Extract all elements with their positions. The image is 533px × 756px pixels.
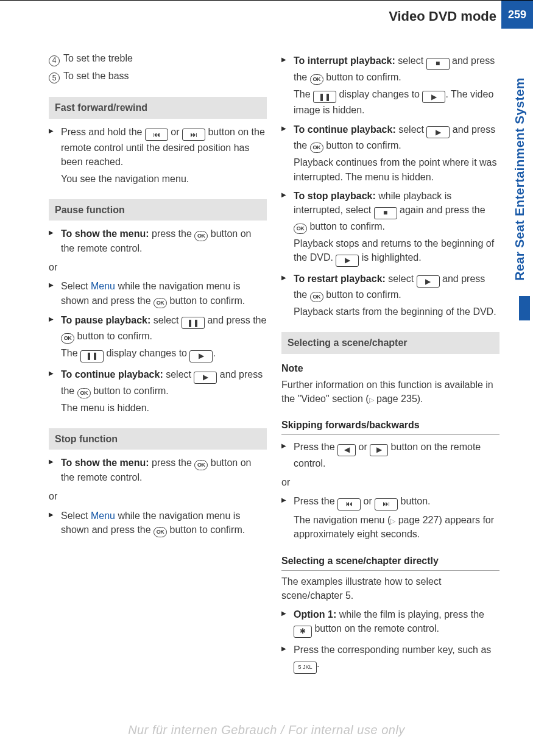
ok-button-icon: OK [310,74,323,85]
step-result: Playback starts from the beginning of th… [294,305,499,319]
side-tab: Rear Seat Entertainment System [509,50,530,308]
instruction-step: Select Menu while the navigation menu is… [49,509,267,537]
instruction-step: To continue playback: select ▶ and press… [281,122,499,184]
instruction-step: Option 1: while the film is playing, pre… [281,607,499,638]
play-icon: ▶ [426,126,450,138]
instruction-step: To restart playback: select ▶ and press … [281,272,499,319]
page-header: Video DVD mode 259 [0,0,533,28]
stop-icon: ■ [426,58,450,70]
next-track-icon: ⏭ [182,129,205,141]
menu-ref: Menu [91,510,115,521]
step-result: You see the navigation menu. [61,172,267,186]
circled-number-icon: 5 [49,72,60,83]
ok-button-icon: OK [294,224,307,234]
pause-icon: ❚❚ [80,350,104,362]
instruction-step: To stop playback: while playback is inte… [281,189,499,267]
list-item: 4To set the treble [49,51,267,66]
step-result: The ❚❚ display changes to ▶. The video i… [294,87,499,118]
instruction-step: Select Menu while the navigation menu is… [49,279,267,308]
side-tab-label: Rear Seat Entertainment System [510,77,528,280]
stop-icon: ■ [374,207,397,219]
pause-icon: ❚❚ [182,317,205,329]
instruction-step: To show the menu: press the OK button on… [49,456,267,484]
left-column: 4To set the treble 5To set the bass Fast… [49,49,267,679]
or-separator: or [49,489,267,503]
or-separator: or [281,475,499,489]
pageref-icon: ▷ [369,396,374,403]
ok-button-icon: OK [77,388,91,398]
note-body: Further information on this function is … [281,378,499,406]
play-icon: ▶ [417,275,440,288]
instruction-step: Press the ◀ or ▶ button on the remote co… [281,440,499,470]
header-title: Video DVD mode [389,7,496,26]
ok-button-icon: OK [310,143,323,153]
or-separator: or [49,260,267,274]
circled-number-icon: 4 [49,55,60,66]
ok-button-icon: OK [154,527,167,537]
pageref-icon: ▷ [390,517,395,525]
section-heading-stop: Stop function [49,428,267,450]
ok-button-icon: OK [310,292,323,302]
right-arrow-icon: ▶ [370,444,388,456]
content-area: 4To set the treble 5To set the bass Fast… [49,49,499,679]
ok-button-icon: OK [194,231,208,241]
prev-track-icon: ⏮ [337,498,361,510]
step-result: Playback stops and returns to the beginn… [294,236,499,267]
ok-button-icon: OK [154,298,167,308]
section-heading-pause: Pause function [49,199,267,221]
step-result: Playback continues from the point where … [294,155,499,183]
star-key-icon: ✱ [294,626,312,638]
instruction-step: To interrupt playback: select ■ and pres… [281,54,499,118]
step-result: The navigation menu (▷ page 227) appears… [294,513,499,541]
pause-icon: ❚❚ [313,91,336,103]
side-tab-marker [519,296,530,320]
note-heading: Note [281,361,499,375]
play-icon: ▶ [189,350,213,362]
ok-button-icon: OK [61,333,74,344]
left-arrow-icon: ◀ [337,444,356,456]
play-icon: ▶ [336,255,359,267]
section-heading-fast-forward: Fast forward/rewind [49,97,267,118]
right-column: To interrupt playback: select ■ and pres… [281,49,499,679]
menu-ref: Menu [91,281,115,291]
footer-watermark: Nur für internen Gebrauch / For internal… [0,721,533,739]
instruction-step: To continue playback: select ▶ and press… [49,367,267,415]
play-icon: ▶ [194,372,217,384]
instruction-step: To pause playback: select ❚❚ and press t… [49,313,267,362]
subheading-skipping: Skipping forwards/backwards [281,418,499,435]
next-track-icon: ⏭ [375,498,398,510]
step-result: The menu is hidden. [61,401,267,415]
five-key-icon: 5 JKL [294,662,317,674]
ok-button-icon: OK [194,460,208,470]
instruction-step: Press the ⏮ or ⏭ button. The navigation … [281,494,499,541]
page-number: 259 [501,1,533,29]
play-icon: ▶ [422,91,445,103]
section-heading-scene: Selecting a scene/chapter [281,332,499,353]
instruction-step: Press the corresponding number key, such… [281,643,499,674]
list-item: 5To set the bass [49,69,267,84]
instruction-step: Press and hold the ⏮ or ⏭ button on the … [49,125,267,186]
subheading-direct: Selecting a scene/chapter directly [281,554,499,571]
instruction-step: To show the menu: press the OK button on… [49,227,267,255]
prev-track-icon: ⏮ [145,129,168,141]
step-result: The ❚❚ display changes to ▶. [61,346,267,362]
intro-text: The examples illustrate how to select sc… [281,574,499,602]
